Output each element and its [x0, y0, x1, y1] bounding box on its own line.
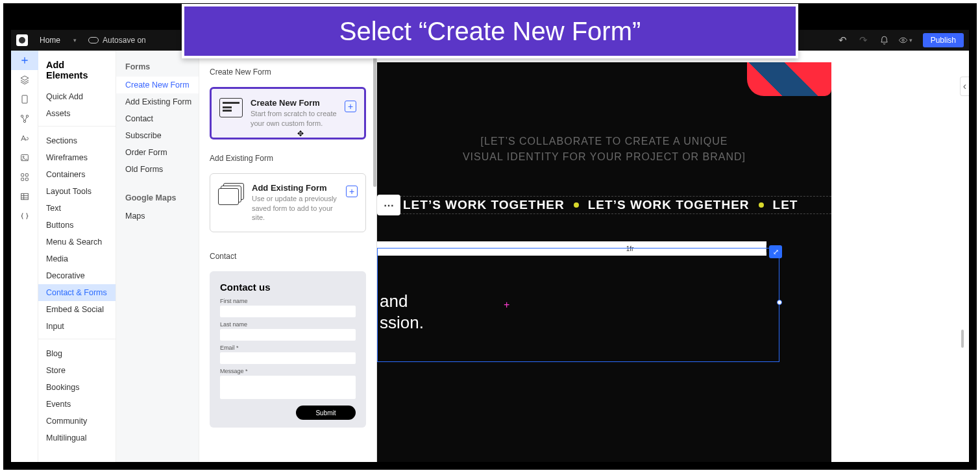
heading-create-new: Create New Form	[210, 67, 366, 77]
category-decorative[interactable]: Decorative	[38, 267, 116, 284]
subcategory-panel: Forms Create New Form Add Existing Form …	[116, 51, 199, 462]
svg-rect-9	[21, 178, 23, 180]
category-community[interactable]: Community	[38, 413, 116, 430]
input-message	[220, 376, 356, 399]
marquee-strip[interactable]: LET’S WORK TOGETHER LET’S WORK TOGETHER …	[377, 196, 831, 214]
category-buttons[interactable]: Buttons	[38, 217, 116, 234]
cloud-icon	[88, 37, 99, 43]
hero-text: [LET’S COLLABORATE TO CREATE A UNIQUE VI…	[390, 134, 818, 165]
add-elements-tab[interactable]	[11, 51, 38, 70]
svg-point-4	[23, 120, 25, 122]
svg-point-2	[21, 115, 23, 117]
app-logo[interactable]	[16, 34, 28, 46]
resize-handle-icon[interactable]: ⤢	[769, 245, 782, 258]
sub-contact[interactable]: Contact	[116, 110, 199, 127]
category-bookings[interactable]: Bookings	[38, 379, 116, 396]
contact-form-preview[interactable]: Contact us First name Last name Email * …	[210, 271, 366, 428]
layers-icon[interactable]	[11, 70, 38, 90]
svg-point-6	[23, 156, 24, 158]
category-sections[interactable]: Sections	[38, 132, 116, 149]
dot-icon	[759, 202, 764, 208]
form-stack-icon	[218, 183, 244, 205]
card-desc: Use or update a previously saved form to…	[252, 194, 338, 223]
svg-rect-1	[22, 95, 27, 103]
sub-add-existing-form[interactable]: Add Existing Form	[116, 93, 199, 110]
text-style-icon[interactable]	[11, 128, 38, 148]
publish-button[interactable]: Publish	[923, 33, 964, 47]
apps-icon[interactable]	[11, 167, 38, 187]
code-icon[interactable]	[11, 206, 38, 226]
svg-point-0	[902, 39, 904, 41]
category-assets[interactable]: Assets	[38, 105, 116, 122]
design-canvas[interactable]: [LET’S COLLABORATE TO CREATE A UNIQUE VI…	[377, 62, 831, 462]
category-embed-social[interactable]: Embed & Social	[38, 301, 116, 318]
label-last-name: Last name	[220, 321, 356, 328]
undo-icon[interactable]: ↶	[836, 33, 850, 47]
category-containers[interactable]: Containers	[38, 166, 116, 183]
image-icon[interactable]	[11, 148, 38, 167]
add-center-icon[interactable]: +	[504, 299, 509, 311]
label-email: Email *	[220, 345, 356, 351]
svg-rect-11	[21, 193, 28, 199]
category-layout-tools[interactable]: Layout Tools	[38, 183, 116, 200]
tutorial-text: Select “Create New Form”	[339, 17, 641, 46]
card-create-new-form[interactable]: Create New Form Start from scratch to cr…	[210, 87, 366, 139]
category-input[interactable]: Input	[38, 318, 116, 335]
tutorial-banner: Select “Create New Form”	[182, 4, 798, 58]
sub-old-forms[interactable]: Old Forms	[116, 161, 199, 178]
group-forms-label: Forms	[116, 57, 199, 77]
heading-add-existing: Add Existing Form	[210, 154, 366, 163]
category-text[interactable]: Text	[38, 200, 116, 217]
category-contact-forms[interactable]: Contact & Forms	[38, 284, 116, 301]
input-first-name	[220, 306, 356, 317]
plus-icon[interactable]: +	[346, 186, 358, 197]
svg-rect-7	[21, 174, 23, 176]
category-panel: Add Elements Quick Add Assets Sections W…	[38, 51, 116, 462]
page-icon[interactable]	[11, 90, 38, 109]
label-message: Message *	[220, 368, 356, 374]
cursor-icon: ✥	[297, 129, 304, 138]
card-desc: Start from scratch to create your own cu…	[251, 109, 337, 128]
input-email	[220, 352, 356, 364]
right-panel-collapse[interactable]: ‹	[960, 77, 969, 96]
category-media[interactable]: Media	[38, 250, 116, 267]
redo-icon[interactable]: ↷	[857, 33, 871, 47]
element-actions-handle[interactable]: ⋯	[377, 195, 400, 215]
plus-icon[interactable]: +	[345, 101, 356, 112]
preview-icon[interactable]: ▾	[898, 33, 913, 47]
contact-title: Contact us	[220, 282, 356, 293]
category-store[interactable]: Store	[38, 362, 116, 379]
panel-title: Add Elements	[38, 57, 116, 88]
heading-contact: Contact	[210, 252, 366, 261]
table-icon[interactable]	[11, 187, 38, 206]
category-wireframes[interactable]: Wireframes	[38, 149, 116, 166]
category-blog[interactable]: Blog	[38, 345, 116, 362]
svg-point-3	[26, 115, 28, 117]
category-multilingual[interactable]: Multilingual	[38, 430, 116, 446]
category-quick-add[interactable]: Quick Add	[38, 88, 116, 105]
svg-rect-10	[25, 178, 28, 180]
selection-outline[interactable]	[377, 248, 779, 362]
sub-maps[interactable]: Maps	[116, 208, 199, 224]
svg-rect-8	[25, 174, 28, 176]
home-label: Home	[40, 36, 60, 45]
autosave-label: Autosave on	[103, 36, 146, 45]
body-copy: and ssion.	[380, 291, 424, 333]
submit-button: Submit	[296, 406, 356, 420]
connections-icon[interactable]	[11, 109, 38, 128]
sub-subscribe[interactable]: Subscribe	[116, 127, 199, 144]
content-panel: Create New Form Create New Form Start fr…	[199, 51, 377, 462]
sub-order-form[interactable]: Order Form	[116, 144, 199, 161]
edge-handle[interactable]	[777, 300, 782, 305]
home-dropdown[interactable]: Home ▾	[34, 34, 82, 46]
card-title: Create New Form	[251, 98, 337, 108]
dot-icon	[574, 202, 579, 208]
category-events[interactable]: Events	[38, 396, 116, 413]
scrollbar-indicator	[961, 330, 964, 348]
sub-create-new-form[interactable]: Create New Form	[116, 77, 199, 93]
input-last-name	[220, 329, 356, 341]
bell-icon[interactable]	[877, 33, 892, 47]
category-menu-search[interactable]: Menu & Search	[38, 234, 116, 250]
card-add-existing-form[interactable]: Add Existing Form Use or update a previo…	[210, 173, 366, 233]
card-title: Add Existing Form	[252, 183, 338, 193]
